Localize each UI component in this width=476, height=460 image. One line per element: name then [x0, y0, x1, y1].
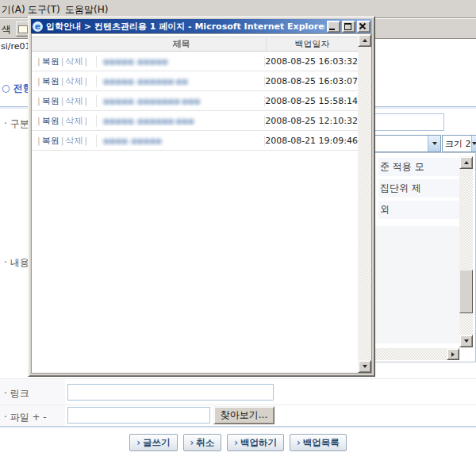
- backup-title-redacted[interactable]: ●●●●●. ●●●●●●● ●●●: [103, 97, 200, 105]
- menu-item-favorites[interactable]: 기(A): [2, 3, 25, 17]
- chevron-right-icon: ›: [234, 437, 238, 448]
- restore-link[interactable]: 복원: [42, 56, 60, 67]
- divider: [0, 426, 476, 428]
- maximize-button[interactable]: [342, 21, 355, 33]
- popup-content: 제목 백업일자 |복원|삭제| ●●●●●. ●●●●● 2008-08-25 …: [31, 33, 372, 374]
- content-label: · 내용: [4, 256, 29, 270]
- file-label: · 파일 + -: [4, 411, 47, 424]
- date-column-header: 백업일자: [267, 38, 358, 50]
- editor-text-line: 집단위 제: [378, 179, 459, 197]
- file-row: · 파일 + - 찾아보기...: [0, 404, 476, 427]
- link-row: · 링크: [0, 378, 476, 405]
- table-header-row: 제목 백업일자: [32, 36, 358, 52]
- scroll-right-icon[interactable]: [447, 348, 459, 360]
- restore-link[interactable]: 복원: [42, 116, 60, 126]
- internet-explorer-icon: e: [33, 21, 43, 32]
- file-input[interactable]: [67, 407, 210, 424]
- editor-content-band: [370, 226, 459, 343]
- size-select-value: 크기 2: [443, 138, 471, 150]
- delete-link[interactable]: 삭제: [65, 76, 83, 86]
- backup-date: 2008-08-25 16:03:32: [265, 56, 358, 67]
- delete-link[interactable]: 삭제: [65, 56, 83, 67]
- link-label: · 링크: [4, 387, 29, 401]
- menu-item-tools[interactable]: 도구(T): [28, 3, 60, 17]
- action-button-bar: ›글쓰기 ›취소 ›백업하기 ›백업목록: [0, 434, 476, 451]
- write-button[interactable]: ›글쓰기: [129, 434, 177, 451]
- chevron-right-icon: ›: [190, 437, 194, 448]
- link-input[interactable]: [67, 384, 274, 401]
- backup-title-redacted[interactable]: ●●●●. ●●●●●: [103, 136, 162, 145]
- restore-link[interactable]: 복원: [42, 96, 60, 106]
- backup-list-button[interactable]: ›백업목록: [290, 434, 347, 451]
- restore-link[interactable]: 복원: [42, 136, 60, 146]
- backup-title-redacted[interactable]: ●●●●●. ●●●●●: [103, 57, 168, 66]
- backup-title-redacted[interactable]: ●●●●●. ●●●●●● ●●●: [103, 117, 194, 125]
- table-row: |복원|삭제| ●●●●●. ●●●●● 2008-08-25 16:03:32: [32, 52, 358, 71]
- backup-title-redacted[interactable]: ●●●●●. ●●●●●● ●●: [103, 77, 188, 86]
- title-column-header: 제목: [97, 38, 267, 50]
- browse-button[interactable]: 찾아보기...: [213, 406, 274, 424]
- editor-text-line: 준 적용 모: [378, 158, 459, 176]
- editor-text-line: 외: [378, 201, 459, 219]
- scroll-up-icon[interactable]: [358, 34, 371, 47]
- scroll-down-icon[interactable]: [459, 335, 473, 347]
- table-row: |복원|삭제| ●●●●●. ●●●●●● ●● 2008-08-25 16:0…: [32, 71, 358, 91]
- chevron-down-icon[interactable]: [471, 136, 476, 151]
- minimize-button[interactable]: [327, 21, 340, 33]
- toolbar-search-label[interactable]: 색: [2, 23, 11, 36]
- restore-link[interactable]: 복원: [42, 76, 60, 86]
- cancel-button[interactable]: ›취소: [183, 434, 222, 451]
- backup-date: 2008-08-21 19:09:46: [265, 136, 358, 146]
- chevron-down-icon[interactable]: [428, 136, 440, 151]
- chevron-right-icon: ›: [136, 437, 140, 448]
- delete-link[interactable]: 삭제: [65, 116, 83, 126]
- menu-item-help[interactable]: 도움말(H): [65, 3, 108, 17]
- table-row: |복원|삭제| ●●●●●. ●●●●●●● ●●● 2008-08-25 15…: [32, 91, 358, 111]
- table-row: |복원|삭제| ●●●●. ●●●●● 2008-08-21 19:09:46: [32, 131, 358, 151]
- backup-date: 2008-08-25 16:03:07: [265, 76, 358, 86]
- popup-window: e 입학안내 > 컨텐츠관리용 1 페이지 - Microsoft Intern…: [28, 16, 375, 377]
- backup-button[interactable]: ›백업하기: [227, 434, 284, 451]
- table-row: |복원|삭제| ●●●●●. ●●●●●● ●●● 2008-08-25 12:…: [32, 111, 358, 131]
- editor-vscrollbar[interactable]: [459, 156, 473, 347]
- delete-link[interactable]: 삭제: [65, 96, 83, 106]
- delete-link[interactable]: 삭제: [65, 136, 83, 146]
- close-button[interactable]: [357, 21, 370, 33]
- scroll-up-icon[interactable]: [459, 156, 473, 169]
- backup-date: 2008-08-25 12:10:32: [265, 116, 358, 126]
- popup-vscrollbar[interactable]: [358, 34, 371, 373]
- popup-title: 입학안내 > 컨텐츠관리용 1 페이지 - Microsoft Internet…: [46, 21, 325, 33]
- backup-date: 2008-08-25 15:58:14: [265, 96, 358, 106]
- size-select[interactable]: 크기 2: [442, 135, 476, 152]
- scrollbar-thumb[interactable]: [459, 270, 473, 313]
- popup-title-bar[interactable]: e 입학안내 > 컨텐츠관리용 1 페이지 - Microsoft Intern…: [31, 19, 372, 33]
- scroll-down-icon[interactable]: [358, 360, 371, 373]
- chevron-right-icon: ›: [297, 437, 301, 448]
- backup-table: 제목 백업일자 |복원|삭제| ●●●●●. ●●●●● 2008-08-25 …: [32, 36, 358, 151]
